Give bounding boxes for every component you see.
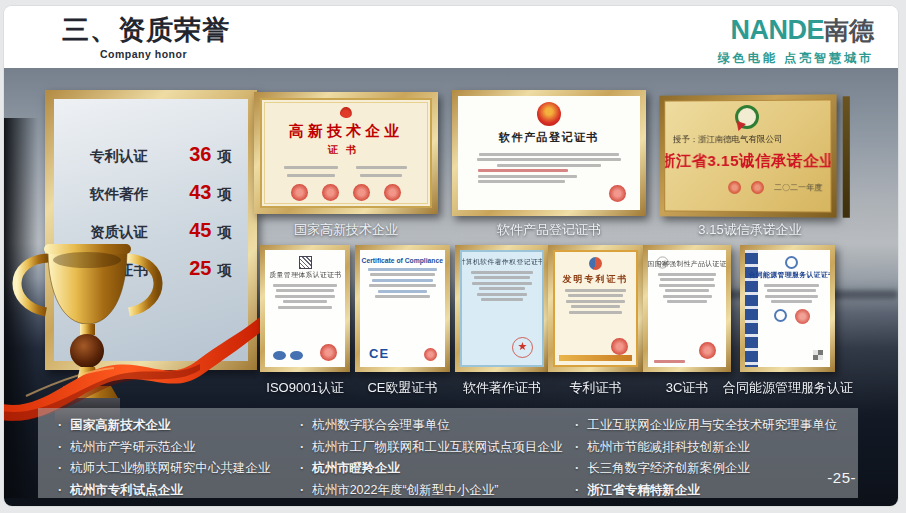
certificate-title: 中国国家强制性产品认证证书	[648, 260, 726, 269]
seal-icon	[611, 338, 628, 355]
honor-item: ·杭州市瞪羚企业	[300, 458, 585, 480]
stat-row: 专利认证 36 项	[54, 143, 248, 181]
seal-icon	[424, 348, 437, 361]
certificate-caption: 3.15诚信承诺企业	[658, 221, 842, 239]
honor-item: ·浙江省专精特新企业	[575, 480, 860, 502]
stat-value: 25	[189, 257, 211, 280]
certificate-caption: ISO9001认证	[250, 379, 360, 397]
certificate-patent: 发明专利证书	[548, 245, 643, 372]
blue-logo-strip	[745, 250, 758, 367]
bullet-icon: ·	[575, 458, 579, 480]
certificate-year: 二〇二一年度	[774, 182, 822, 193]
certificate-title: 浙江省3.15诚信承诺企业	[664, 151, 831, 172]
logo-latin-text: NANDE	[730, 15, 824, 45]
logo-tagline: 绿色电能 点亮智慧城市	[718, 50, 874, 67]
iaf-cnas-logos	[273, 351, 303, 360]
certificate-textlines	[474, 150, 623, 183]
slide-stage: 三、资质荣誉 Company honor NANDE南德 绿色电能 点亮智慧城市…	[0, 0, 906, 513]
stat-unit: 项	[218, 223, 233, 242]
seal-icon	[728, 181, 741, 194]
national-emblem-icon	[537, 102, 561, 126]
qr-code-icon	[813, 350, 823, 360]
certificate-caption: 软件产品登记证书	[452, 221, 646, 239]
background-photo: 专利认证 36 项 软件著作 43 项 资质认证 45 项	[4, 68, 898, 506]
honors-column-1: ·国家高新技术企业 ·杭州市产学研示范企业 ·杭师大工业物联网研究中心共建企业 …	[58, 415, 308, 501]
seal-icon	[699, 342, 716, 359]
certificate-title: Certificate of Compliance	[362, 256, 443, 264]
logo-wordmark: NANDE南德	[730, 25, 874, 42]
certificate-software-copyright: 计算机软件著作权登记证书 ★	[455, 245, 549, 372]
gold-strip	[559, 355, 632, 361]
seal-icons	[291, 184, 401, 201]
slide-card: 三、资质荣誉 Company honor NANDE南德 绿色电能 点亮智慧城市…	[4, 6, 898, 506]
certificate-title: 质量管理体系认证证书	[269, 271, 341, 280]
honor-item: ·国家高新技术企业	[58, 415, 308, 437]
stat-label: 软件著作	[90, 185, 148, 204]
stat-unit: 项	[218, 147, 233, 166]
bullet-icon: ·	[58, 437, 62, 459]
certificate-caption: 合同能源管理服务认证	[722, 379, 854, 397]
bullet-icon: ·	[575, 415, 579, 437]
seal-icon	[795, 309, 810, 324]
certificate-ce: Certificate of Compliance CE	[355, 245, 450, 372]
ce-mark: CE	[369, 346, 389, 361]
bullet-icon: ·	[575, 480, 579, 502]
certificate-title: 高新技术企业	[289, 122, 403, 141]
plaque-3d-edge	[843, 96, 850, 217]
star-seal-icon: ★	[512, 337, 533, 358]
certificate-3c: CCC 中国国家强制性产品认证证书	[643, 245, 731, 372]
honor-item: ·杭州市产学研示范企业	[58, 437, 308, 459]
honor-item: ·杭州市工厂物联网和工业互联网试点项目企业	[300, 437, 585, 459]
honors-column-3: ·工业互联网企业应用与安全技术研究理事单位 ·杭州市节能减排科技创新企业 ·长三…	[575, 415, 860, 501]
certificate-title: 计算机软件著作权登记证书	[460, 258, 544, 267]
honors-column-2: ·杭州数字联合会理事单位 ·杭州市工厂物联网和工业互联网试点项目企业 ·杭州市瞪…	[300, 415, 585, 501]
stat-unit: 项	[218, 185, 233, 204]
honor-item: ·杭州数字联合会理事单位	[300, 415, 585, 437]
flame-icon	[339, 106, 352, 119]
page-number: -25-	[827, 469, 856, 486]
certificate-315-integrity: 授予：浙江南德电气有限公司 浙江省3.15诚信承诺企业 二〇二一年度	[659, 94, 842, 217]
certificate-title: 合同能源管理服务认证证书	[748, 271, 830, 280]
certificate-textlines	[281, 163, 412, 177]
page-subtitle: Company honor	[100, 48, 187, 60]
seal-icon	[609, 185, 626, 202]
honors-band: ·国家高新技术企业 ·杭州市产学研示范企业 ·杭师大工业物联网研究中心共建企业 …	[38, 408, 858, 498]
certificate-caption: CE欧盟证书	[345, 379, 460, 397]
honor-item: ·长三角数字经济创新案例企业	[575, 458, 860, 480]
bullet-icon: ·	[300, 458, 304, 480]
certificate-iso9001: 质量管理体系认证证书	[260, 245, 350, 372]
award-emblem-icon	[735, 105, 759, 129]
stamp-icon	[774, 309, 787, 322]
certificate-caption: 国家高新技术企业	[254, 221, 438, 239]
bullet-icon: ·	[300, 437, 304, 459]
bullet-icon: ·	[58, 458, 62, 480]
bullet-icon: ·	[300, 480, 304, 502]
page-title: 三、资质荣誉	[62, 12, 230, 48]
certificate-title: 软件产品登记证书	[499, 130, 599, 145]
company-logo: NANDE南德 绿色电能 点亮智慧城市	[718, 14, 874, 67]
seal-icon	[751, 181, 764, 194]
slide-header: 三、资质荣誉 Company honor NANDE南德 绿色电能 点亮智慧城市	[4, 6, 898, 68]
stat-value: 43	[189, 181, 211, 204]
honor-item: ·杭州市节能减排科技创新企业	[575, 437, 860, 459]
certificate-hightech: 高新技术企业 证书	[254, 92, 438, 214]
honor-item: ·杭州市2022年度“创新型中小企业”	[300, 480, 585, 502]
certificate-subtitle: 证书	[328, 143, 364, 157]
bullet-icon: ·	[300, 415, 304, 437]
stat-unit: 项	[218, 261, 233, 280]
bullet-icon: ·	[58, 415, 62, 437]
stat-value: 45	[189, 219, 211, 242]
logo-cjk-text: 南德	[824, 16, 874, 44]
stat-row: 软件著作 43 项	[54, 181, 248, 219]
honor-item: ·工业互联网企业应用与安全技术研究理事单位	[575, 415, 860, 437]
honor-item: ·杭师大工业物联网研究中心共建企业	[58, 458, 308, 480]
cert-logo-icon	[299, 256, 312, 269]
bullet-icon: ·	[575, 437, 579, 459]
stat-label: 专利认证	[90, 147, 148, 166]
cqc-logo-icon	[785, 256, 798, 269]
seal-icon	[320, 344, 337, 361]
stat-value: 36	[189, 143, 211, 166]
patent-logo-icon	[589, 257, 602, 270]
certificate-software-product: 软件产品登记证书	[452, 90, 646, 216]
bullet-icon: ·	[58, 480, 62, 502]
